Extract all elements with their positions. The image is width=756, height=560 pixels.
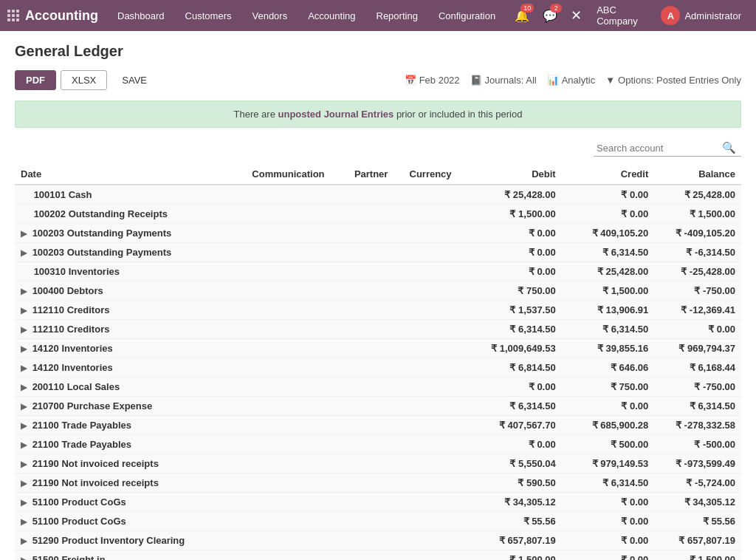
credit-cell: ₹ 646.06 <box>562 358 655 378</box>
pdf-button[interactable]: PDF <box>15 70 56 90</box>
notice-link[interactable]: unposted Journal Entries <box>278 109 394 120</box>
chat-icon[interactable]: 💬 2 <box>538 4 562 27</box>
col-partner: Partner <box>348 164 404 185</box>
toolbar-filters: 📅 Feb 2022 📓 Journals: All 📊 Analytic ▼ … <box>405 75 741 86</box>
save-button[interactable]: SAVE <box>111 71 157 89</box>
table-row[interactable]: 100310 Inventories ₹ 0.00 ₹ 25,428.00 ₹ … <box>15 262 741 281</box>
account-label: Trade Payables <box>61 420 131 431</box>
expand-arrow-icon[interactable]: ▶ <box>21 229 27 238</box>
expand-arrow-icon[interactable]: ▶ <box>21 421 27 430</box>
page-title: General Ledger <box>15 43 741 60</box>
table-row[interactable]: ▶ 14120 Inventories ₹ 1,009,649.53 ₹ 39,… <box>15 339 741 358</box>
table-row[interactable]: ▶ 14120 Inventories ₹ 6,814.50 ₹ 646.06 … <box>15 358 741 378</box>
company-selector[interactable]: ABC Company <box>589 4 650 27</box>
nav-item-dashboard[interactable]: Dashboard <box>109 0 173 31</box>
account-id: 21190 <box>32 458 62 469</box>
notification-bell-icon[interactable]: 🔔 10 <box>510 4 534 27</box>
nav-item-vendors[interactable]: Vendors <box>243 0 296 31</box>
debit-cell: ₹ 0.00 <box>469 243 562 262</box>
table-row[interactable]: ▶ 200110 Local Sales ₹ 0.00 ₹ 750.00 ₹ -… <box>15 378 741 397</box>
account-label: Inventories <box>69 266 120 277</box>
credit-cell: ₹ 0.00 <box>562 493 655 512</box>
communication-cell <box>246 262 348 281</box>
nav-item-customers[interactable]: Customers <box>176 0 241 31</box>
nav-logo[interactable]: Accounting <box>7 8 98 24</box>
partner-cell <box>348 281 404 301</box>
xlsx-button[interactable]: XLSX <box>61 70 107 90</box>
table-row[interactable]: 100202 Outstanding Receipts ₹ 1,500.00 ₹… <box>15 205 741 224</box>
table-row[interactable]: ▶ 100203 Outstanding Payments ₹ 0.00 ₹ 6… <box>15 243 741 262</box>
table-row[interactable]: ▶ 100203 Outstanding Payments ₹ 0.00 ₹ 4… <box>15 224 741 243</box>
account-label: Outstanding Receipts <box>69 208 168 219</box>
analytic-filter[interactable]: 📊 Analytic <box>547 75 596 86</box>
table-header: Date Communication Partner Currency Debi… <box>15 164 741 185</box>
account-id: 100202 <box>34 208 69 219</box>
table-row[interactable]: ▶ 21190 Not invoiced receipts ₹ 590.50 ₹… <box>15 474 741 493</box>
search-icon[interactable]: 🔍 <box>722 141 736 154</box>
communication-cell <box>246 205 348 224</box>
search-input[interactable] <box>597 143 722 154</box>
nav-item-configuration[interactable]: Configuration <box>430 0 504 31</box>
table-row[interactable]: ▶ 21190 Not invoiced receipts ₹ 5,550.04… <box>15 454 741 474</box>
table-row[interactable]: ▶ 21100 Trade Payables ₹ 407,567.70 ₹ 68… <box>15 416 741 435</box>
table-row[interactable]: ▶ 100400 Debtors ₹ 750.00 ₹ 1,500.00 ₹ -… <box>15 281 741 301</box>
partner-cell <box>348 531 404 550</box>
expand-arrow-icon[interactable]: ▶ <box>21 460 27 468</box>
expand-arrow-icon[interactable]: ▶ <box>21 306 27 315</box>
partner-cell <box>348 301 404 320</box>
expand-arrow-icon[interactable]: ▶ <box>21 517 27 526</box>
user-menu[interactable]: A Administrator <box>653 6 749 25</box>
credit-cell: ₹ 409,105.20 <box>562 224 655 243</box>
credit-cell: ₹ 6,314.50 <box>562 474 655 493</box>
expand-arrow-icon[interactable]: ▶ <box>21 363 27 372</box>
expand-arrow-icon[interactable]: ▶ <box>21 344 27 353</box>
close-icon[interactable]: ✕ <box>566 7 586 24</box>
partner-cell <box>348 339 404 358</box>
expand-arrow-icon[interactable]: ▶ <box>21 287 27 296</box>
account-label: Product CoGs <box>61 496 126 508</box>
expand-arrow-icon[interactable]: ▶ <box>21 479 27 488</box>
communication-cell <box>246 224 348 243</box>
expand-arrow-icon[interactable]: ▶ <box>21 498 27 507</box>
account-label: Inventories <box>61 343 112 354</box>
table-row[interactable]: ▶ 21100 Trade Payables ₹ 0.00 ₹ 500.00 ₹… <box>15 435 741 454</box>
account-id: 51290 <box>32 535 62 546</box>
table-row[interactable]: 100101 Cash ₹ 25,428.00 ₹ 0.00 ₹ 25,428.… <box>15 185 741 205</box>
currency-cell <box>404 243 470 262</box>
balance-cell: ₹ -500.00 <box>654 435 741 454</box>
table-row[interactable]: ▶ 210700 Purchase Expense ₹ 6,314.50 ₹ 0… <box>15 397 741 416</box>
expand-arrow-icon[interactable]: ▶ <box>21 325 27 334</box>
account-id: 100400 <box>32 285 67 296</box>
table-row[interactable]: ▶ 51290 Product Inventory Clearing ₹ 657… <box>15 531 741 550</box>
table-row[interactable]: ▶ 112110 Creditors ₹ 1,537.50 ₹ 13,906.9… <box>15 301 741 320</box>
expand-arrow-icon[interactable]: ▶ <box>21 402 27 411</box>
nav-item-accounting[interactable]: Accounting <box>299 0 364 31</box>
nav-item-reporting[interactable]: Reporting <box>368 0 427 31</box>
options-filter[interactable]: ▼ Options: Posted Entries Only <box>605 75 741 86</box>
account-id: 51100 <box>32 496 62 508</box>
partner-cell <box>348 493 404 512</box>
date-filter-label: Feb 2022 <box>419 75 460 86</box>
communication-cell <box>246 320 348 339</box>
balance-cell: ₹ 1,500.00 <box>654 550 741 561</box>
debit-cell: ₹ 750.00 <box>469 281 562 301</box>
journals-filter[interactable]: 📓 Journals: All <box>470 75 537 86</box>
notice-banner: There are unposted Journal Entries prior… <box>15 100 741 128</box>
account-name: ▶ 51100 Product CoGs <box>15 493 246 512</box>
expand-arrow-icon[interactable]: ▶ <box>21 248 27 257</box>
table-row[interactable]: ▶ 112110 Creditors ₹ 6,314.50 ₹ 6,314.50… <box>15 320 741 339</box>
expand-arrow-icon[interactable]: ▶ <box>21 556 27 560</box>
table-row[interactable]: ▶ 51100 Product CoGs ₹ 34,305.12 ₹ 0.00 … <box>15 493 741 512</box>
table-row[interactable]: ▶ 51500 Freight in ₹ 1,500.00 ₹ 0.00 ₹ 1… <box>15 550 741 561</box>
date-filter[interactable]: 📅 Feb 2022 <box>405 75 460 86</box>
journals-filter-label: Journals: All <box>485 75 537 86</box>
account-label: Not invoiced receipts <box>61 477 158 488</box>
table-row[interactable]: ▶ 51100 Product CoGs ₹ 55.56 ₹ 0.00 ₹ 55… <box>15 512 741 531</box>
account-id: 112110 <box>32 304 67 315</box>
company-name: ABC Company <box>597 4 643 27</box>
partner-cell <box>348 454 404 474</box>
account-name: ▶ 51290 Product Inventory Clearing <box>15 531 246 550</box>
expand-arrow-icon[interactable]: ▶ <box>21 440 27 449</box>
expand-arrow-icon[interactable]: ▶ <box>21 383 27 392</box>
expand-arrow-icon[interactable]: ▶ <box>21 536 27 545</box>
